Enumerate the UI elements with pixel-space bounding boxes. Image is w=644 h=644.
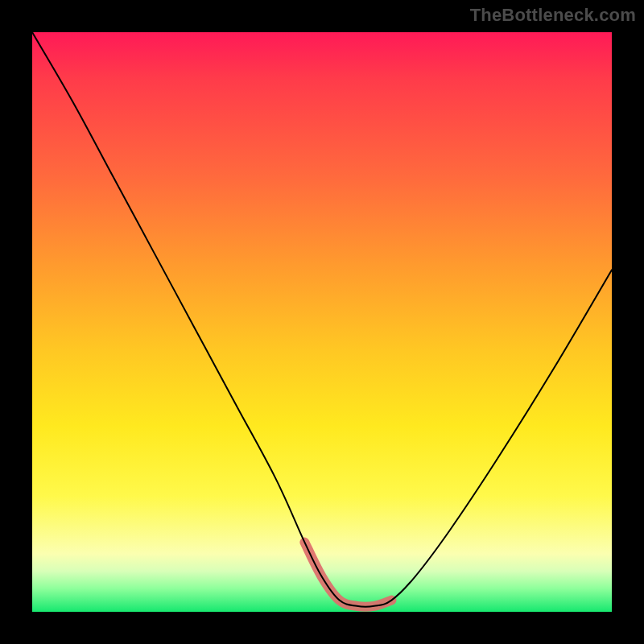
bottleneck-curve	[32, 32, 612, 607]
highlight-segment	[304, 543, 391, 607]
chart-frame: TheBottleneck.com	[0, 0, 644, 644]
plot-area	[32, 32, 612, 612]
curve-layer	[32, 32, 612, 612]
watermark-text: TheBottleneck.com	[470, 5, 636, 26]
